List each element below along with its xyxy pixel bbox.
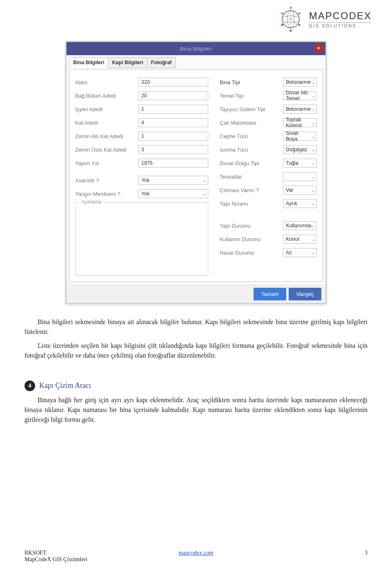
input-kat[interactable] (138, 118, 208, 127)
label-isyeri: İşyeri Adedi (75, 106, 138, 112)
select-cati[interactable]: Toprak Kiremit⌄ (283, 118, 317, 127)
paragraph-3: Binaya bağlı her giriş için ayrı ayrı ka… (24, 395, 368, 425)
dialog-titlebar: Bina Bilgileri × (67, 42, 325, 55)
label-aciklama: Açıklama (80, 199, 103, 205)
label-yangin: Yangın Merdiveni ? (75, 191, 138, 197)
input-bagbolum[interactable] (138, 91, 208, 100)
chevron-down-icon: ⌄ (312, 251, 315, 255)
chevron-down-icon: ⌄ (312, 237, 315, 242)
page-number: 3 (253, 550, 368, 563)
brand-tagline: GIS SOLUTIONS (309, 22, 372, 28)
select-kullanim[interactable]: Konut⌄ (283, 235, 317, 244)
chevron-down-icon: ⌄ (312, 161, 315, 166)
brand-logo: MAPCODEX GIS SOLUTIONS (276, 5, 372, 34)
label-cephe: Cephe Türü (220, 133, 283, 139)
footer-company: RKSOFT (24, 550, 139, 556)
select-bina-tipi[interactable]: Betonarme⌄ (283, 78, 317, 87)
chevron-down-icon: ⌄ (203, 192, 206, 196)
label-kat: Kat Adedi (75, 120, 138, 126)
select-yapi-durumu[interactable]: Kullanımda⌄ (283, 221, 317, 230)
label-tesisatlar: Tesisatlar (220, 174, 283, 180)
chevron-down-icon: ⌄ (312, 148, 315, 152)
chevron-down-icon: ⌄ (312, 80, 315, 85)
bina-bilgileri-dialog: Bina Bilgileri × Bina Bilgileri Kapi Bil… (65, 41, 327, 304)
paragraph-1: Bina bilgileri sekmesinde binaya ait alı… (24, 317, 368, 337)
cancel-button[interactable]: Vazgeç (289, 288, 321, 300)
section-number-badge: 4 (24, 381, 35, 391)
tab-strip: Bina Bilgileri Kapi Bilgileri Fotoğraf (69, 57, 323, 67)
label-bagbolum: Bağ.Bölüm Adedi (75, 93, 138, 99)
close-icon: × (317, 45, 320, 51)
label-yapimyili: Yapım Yılı (75, 160, 138, 166)
chevron-down-icon: ⌄ (312, 107, 315, 112)
input-zeminalti[interactable] (138, 132, 208, 141)
ok-button[interactable]: Tamam (254, 288, 286, 300)
label-asansor: Asansör ? (75, 177, 138, 184)
chevron-down-icon: ⌄ (203, 178, 206, 183)
label-temel-tipi: Temel Tipi (220, 93, 283, 99)
close-button[interactable]: × (314, 44, 323, 53)
select-tesisatlar[interactable]: ⌄ (283, 172, 317, 181)
section-header: 4 Kapı Çizim Aracı (24, 380, 368, 391)
input-alani[interactable] (138, 78, 208, 87)
label-alani: Alanı (75, 79, 138, 85)
label-yapi-durumu: Yapı Durumu (220, 223, 283, 229)
label-bina-tipi: Bina Tipi (220, 79, 283, 85)
label-isinma: Isınma Türü (220, 147, 283, 153)
chevron-down-icon: ⌄ (312, 188, 315, 193)
chevron-down-icon: ⌄ (312, 134, 315, 139)
input-zeminustu[interactable] (138, 145, 208, 154)
globe-network-icon (276, 5, 305, 34)
label-cati: Çatı Malzemesi (220, 120, 283, 126)
footer-product: MapCodeX GIS Çözümleri (24, 556, 139, 563)
select-hasar[interactable]: Az⌄ (283, 248, 317, 257)
select-cikmasi[interactable]: Var⌄ (283, 186, 317, 195)
input-isyeri[interactable] (138, 105, 208, 114)
select-isinma[interactable]: Doğalgaz⌄ (283, 145, 317, 154)
chevron-down-icon: ⌄ (312, 94, 315, 98)
select-nizam[interactable]: Ayrık⌄ (283, 199, 317, 208)
label-zeminustu: Zemin Üstü Kat Adedi (75, 147, 138, 153)
dialog-title: Bina Bilgileri (180, 46, 212, 52)
tab-fotograf[interactable]: Fotoğraf (147, 57, 176, 68)
label-hasar: Hasar Durumu (220, 250, 283, 256)
aciklama-fieldset: Açıklama (75, 202, 208, 275)
label-zeminalti: Zemin Altı Kat Adedi (75, 133, 138, 139)
dialog-button-bar: Tamam Vazgeç (67, 285, 325, 303)
chevron-down-icon: ⌄ (312, 224, 315, 228)
tab-bina-bilgileri[interactable]: Bina Bilgileri (69, 57, 108, 68)
label-kullanim: Kullanım Durumu (220, 236, 283, 242)
input-yapimyili[interactable] (138, 159, 208, 168)
select-yangin[interactable]: Yok⌄ (138, 189, 208, 198)
footer-link[interactable]: mapcodex.com (139, 550, 253, 563)
select-temel-tipi[interactable]: Duvar Altı Temel⌄ (283, 91, 317, 100)
select-cephe[interactable]: Sıvalı Boya⌄ (283, 132, 317, 141)
section-title: Kapı Çizim Aracı (39, 380, 91, 391)
label-dolgu: Duvar Dolgu Tipi (220, 160, 283, 166)
select-dolgu[interactable]: Tuğla⌄ (283, 159, 317, 168)
select-asansor[interactable]: Yok⌄ (138, 176, 208, 185)
label-cikmasi: Çıkması Varmı ? (220, 187, 283, 193)
textarea-aciklama[interactable] (80, 208, 203, 269)
document-body: Bina bilgileri sekmesinde binaya ait alı… (24, 317, 368, 425)
select-tasiyici[interactable]: Betonarme⌄ (283, 105, 317, 114)
label-nizam: Yapı Nizamı (220, 201, 283, 207)
tab-panel-bina: Alanı Bağ.Bölüm Adedi İşyeri Adedi Kat A… (69, 69, 323, 282)
page-footer: RKSOFT MapCodeX GIS Çözümleri mapcodex.c… (24, 550, 368, 563)
chevron-down-icon: ⌄ (312, 175, 315, 179)
paragraph-2: Liste üzerinden seçilen bir kapı bilgisi… (24, 341, 368, 361)
chevron-down-icon: ⌄ (312, 121, 315, 125)
brand-name: MAPCODEX (309, 10, 372, 22)
tab-kapi-bilgileri[interactable]: Kapi Bilgileri (108, 57, 147, 68)
label-tasiyici: Taşıyıcı Sistem Tipi (220, 106, 283, 112)
chevron-down-icon: ⌄ (312, 202, 315, 206)
